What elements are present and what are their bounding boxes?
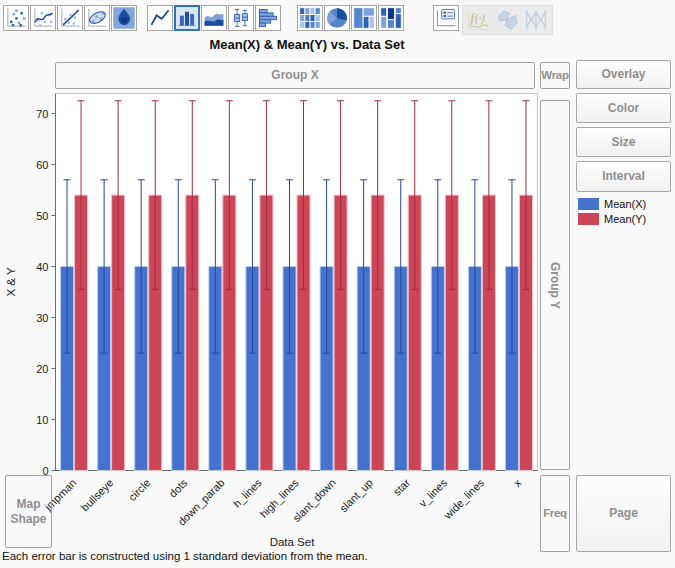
graph-type-area-icon[interactable] <box>201 5 227 31</box>
graph-type-ellipse-icon[interactable] <box>84 5 110 31</box>
graph-type-box-plot-icon[interactable] <box>228 5 254 31</box>
graph-type-mosaic-icon[interactable] <box>378 5 404 31</box>
x-tick-label: circle <box>126 476 153 503</box>
graph-type-pie-icon[interactable] <box>324 5 350 31</box>
y-tick-label: 50 <box>36 210 48 222</box>
graph-type-bar-icon[interactable] <box>174 5 200 31</box>
drop-zone-freq[interactable]: Freq <box>540 475 570 552</box>
drop-zone-color[interactable]: Color <box>576 93 671 123</box>
legend-item: Mean(Y) <box>578 213 646 225</box>
graph-type-smoother-icon[interactable] <box>30 5 56 31</box>
graph-type-formula-icon: f(·) <box>464 7 492 33</box>
drop-zone-wrap[interactable]: Wrap <box>540 62 570 89</box>
graph-type-points-icon[interactable] <box>3 5 29 31</box>
x-tick-label: bullseye <box>79 476 116 513</box>
graph-type-treemap-icon[interactable] <box>351 5 377 31</box>
x-tick-label: wide_lines <box>441 476 487 522</box>
drop-zone-page[interactable]: Page <box>576 475 671 552</box>
graph-type-histogram-icon[interactable] <box>255 5 281 31</box>
graph-type-parallel-icon <box>522 7 550 33</box>
y-tick-label: 70 <box>36 108 48 120</box>
drop-zone-size[interactable]: Size <box>576 127 671 157</box>
x-tick-label: x <box>511 476 524 489</box>
legend-swatch-1[interactable] <box>578 213 599 225</box>
chart-title: Mean(X) & Mean(Y) vs. Data Set <box>0 37 614 52</box>
graph-type-line-icon[interactable] <box>147 5 173 31</box>
legend-label: Mean(X) <box>604 198 646 210</box>
drop-zone-overlay[interactable]: Overlay <box>576 60 671 89</box>
graph-type-heatmap-icon[interactable] <box>297 5 323 31</box>
disabled-tool-group: f(·) <box>462 5 553 35</box>
legend: Mean(X)Mean(Y) <box>578 198 646 228</box>
drop-zone-interval[interactable]: Interval <box>576 161 671 192</box>
graph-type-caption-box-icon[interactable] <box>433 5 459 31</box>
graph-type-contour-icon[interactable] <box>111 5 137 31</box>
svg-text:f(·): f(·) <box>471 11 486 25</box>
graph-type-map-shapes-icon <box>493 7 521 33</box>
x-tick-label: slant_up <box>337 476 375 514</box>
y-tick-label: 40 <box>36 261 48 273</box>
drop-zone-map-shape[interactable]: Map Shape <box>5 475 52 548</box>
y-axis-title: X & Y <box>5 267 17 297</box>
x-tick-label: dots <box>166 476 190 500</box>
x-tick-label: star <box>391 476 413 498</box>
graph-type-toolbar: f(·) <box>3 5 553 35</box>
y-tick-label: 30 <box>36 312 48 324</box>
y-tick-label: 10 <box>36 414 48 426</box>
x-tick-label: v_lines <box>417 476 450 509</box>
legend-item: Mean(X) <box>578 198 646 210</box>
drop-zone-group-y[interactable]: Group Y <box>540 100 570 470</box>
graph-type-line-of-fit-icon[interactable] <box>57 5 83 31</box>
y-tick-label: 20 <box>36 363 48 375</box>
error-bar-note: Each error bar is constructed using 1 st… <box>2 550 368 562</box>
drop-zone-group-x[interactable]: Group X <box>55 62 535 89</box>
x-axis-title: Data Set <box>270 536 316 548</box>
legend-swatch-0[interactable] <box>578 198 599 210</box>
legend-label: Mean(Y) <box>604 213 646 225</box>
x-tick-label: h_lines <box>231 476 264 509</box>
y-tick-label: 60 <box>36 159 48 171</box>
